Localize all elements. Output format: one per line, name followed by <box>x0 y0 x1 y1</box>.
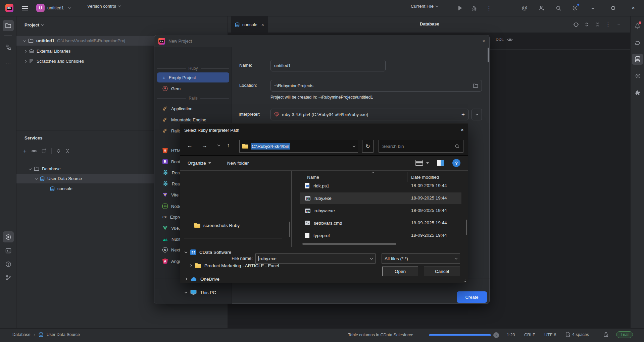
cancel-task-icon[interactable]: × <box>493 332 499 338</box>
view-options-eye-icon[interactable] <box>31 149 37 153</box>
forward-icon[interactable]: → <box>202 142 207 149</box>
hide-panel-icon[interactable]: − <box>615 20 623 28</box>
new-folder-button[interactable]: New folder <box>227 161 249 166</box>
file-row-ruby-exe[interactable]: ruby.exe <box>305 194 332 203</box>
tree-scrollbar[interactable] <box>289 222 290 237</box>
column-divider[interactable] <box>407 172 407 182</box>
breadcrumb-database[interactable]: Database <box>12 332 31 337</box>
tree-item-this-pc[interactable]: This PC <box>185 287 216 298</box>
tree-item-onedrive[interactable]: OneDrive <box>185 273 219 285</box>
help-button[interactable]: ? <box>452 159 460 167</box>
up-icon[interactable]: ↑ <box>227 142 230 149</box>
window-close-button[interactable]: × <box>628 3 638 13</box>
data-sources-tool-button[interactable] <box>632 70 643 81</box>
interpreter-field[interactable]: ruby-3.4.6-p54 (C:\Ruby34-x64\bin\ruby.e… <box>270 109 468 120</box>
project-type-empty-project[interactable]: + Empty Project <box>157 72 229 82</box>
open-in-new-icon[interactable] <box>42 149 47 154</box>
ddl-label[interactable]: DDL <box>496 37 504 42</box>
open-button[interactable]: Open <box>382 267 418 276</box>
organize-menu[interactable]: Organize <box>188 161 211 166</box>
services-tool-button[interactable] <box>3 231 14 242</box>
column-header-name[interactable]: Name <box>307 175 319 180</box>
notifications-bell-icon[interactable] <box>632 20 643 31</box>
address-dropdown-icon[interactable] <box>353 144 355 147</box>
column-header-date[interactable]: Date modified <box>411 175 439 180</box>
ai-assistant-icon[interactable]: @ <box>520 4 529 12</box>
file-row-ridk[interactable]: ridk.ps1 <box>305 181 329 190</box>
name-field[interactable]: untitled1 <box>270 60 386 71</box>
refresh-button[interactable]: ↻ <box>362 140 374 153</box>
search-everywhere-icon[interactable] <box>554 4 563 12</box>
vcs-widget[interactable]: Version control <box>87 4 120 9</box>
project-type-gem[interactable]: Gem <box>157 83 229 94</box>
view-options-eye-icon[interactable] <box>507 38 513 42</box>
problems-tool-button[interactable] <box>3 259 14 270</box>
structure-tool-button[interactable] <box>3 42 14 53</box>
combo-dropdown-icon[interactable] <box>370 256 373 259</box>
horizontal-scrollbar[interactable] <box>302 243 396 245</box>
create-button[interactable]: Create <box>457 291 487 303</box>
main-menu-icon[interactable] <box>22 6 28 10</box>
run-configuration-selector[interactable]: Current File <box>411 4 438 9</box>
settings-gear-icon[interactable] <box>571 4 579 12</box>
tree-item-screenshots-ruby[interactable]: screenshots Ruby <box>194 220 240 231</box>
trial-badge[interactable]: Trial <box>616 331 633 338</box>
window-minimize-button[interactable]: − <box>588 3 598 13</box>
dialog-close-icon[interactable]: × <box>461 127 464 133</box>
search-box[interactable]: Search bin <box>379 140 463 153</box>
terminal-tool-button[interactable] <box>3 245 14 256</box>
project-type-rails-application[interactable]: Application <box>157 104 229 114</box>
run-button[interactable] <box>456 4 464 12</box>
view-mode-icon[interactable] <box>415 160 423 166</box>
add-service-icon[interactable]: + <box>23 148 27 154</box>
form-scrollbar[interactable] <box>488 48 489 62</box>
git-tool-button[interactable] <box>3 272 14 283</box>
expand-all-icon[interactable] <box>583 20 591 28</box>
cancel-button[interactable]: Cancel <box>424 267 460 276</box>
expand-all-icon[interactable] <box>56 149 61 153</box>
file-row-setrbvars[interactable]: setrbvars.cmd <box>305 219 342 227</box>
line-ending-widget[interactable]: CRLF <box>524 333 535 337</box>
database-tool-button[interactable] <box>632 54 643 65</box>
add-interpreter-icon[interactable]: + <box>461 111 465 118</box>
project-widget[interactable]: U untitled1 <box>36 4 71 12</box>
collapse-all-icon[interactable] <box>593 20 601 28</box>
more-actions-icon[interactable]: ⋮ <box>485 4 493 12</box>
project-tool-button[interactable] <box>3 20 14 31</box>
more-tool-windows-icon[interactable]: ⋯ <box>3 57 14 68</box>
list-scrollbar[interactable] <box>466 220 467 235</box>
interpreter-dropdown-button[interactable] <box>472 109 482 120</box>
tab-console[interactable]: console × <box>231 16 268 33</box>
file-type-combo[interactable]: All files (*.*) <box>382 253 460 264</box>
project-panel-header[interactable]: Project <box>24 22 44 27</box>
indent-widget[interactable]: 4 spaces <box>566 332 589 337</box>
location-field[interactable]: ~\RubymineProjects <box>270 80 482 92</box>
dialog-close-icon[interactable]: × <box>482 38 485 44</box>
collapse-all-icon[interactable] <box>65 149 70 153</box>
tree-item-cdata-software[interactable]: CData Software <box>185 246 231 258</box>
view-mode-dropdown-icon[interactable] <box>426 162 429 164</box>
address-bar[interactable]: C:\Ruby34-x64\bin <box>239 140 358 153</box>
breadcrumb-user-data-source[interactable]: User Data Source <box>47 332 80 337</box>
preview-pane-icon[interactable] <box>437 160 444 166</box>
ai-chat-tool-button[interactable] <box>632 38 643 49</box>
sort-ascending-icon[interactable] <box>371 172 374 174</box>
combo-dropdown-icon[interactable] <box>455 256 457 259</box>
recent-locations-icon[interactable] <box>217 144 220 146</box>
code-with-me-icon[interactable] <box>537 4 546 12</box>
browse-folder-icon[interactable] <box>473 83 478 88</box>
window-restore-button[interactable] <box>608 3 618 13</box>
file-row-rubyw-exe[interactable]: rubyw.exe <box>305 206 335 215</box>
encoding-widget[interactable]: UTF-8 <box>544 333 556 337</box>
resize-grip[interactable] <box>463 279 466 282</box>
caret-position-widget[interactable]: 1:23 <box>507 333 515 337</box>
locate-icon[interactable] <box>572 20 580 28</box>
plugins-tool-button[interactable] <box>632 87 643 98</box>
file-row-typeprof[interactable]: typeprof <box>305 231 330 240</box>
file-name-combo[interactable]: ruby.exe <box>255 253 376 264</box>
tab-close-icon[interactable]: × <box>261 22 264 27</box>
debug-button[interactable] <box>470 4 479 12</box>
back-icon[interactable]: ← <box>187 142 193 149</box>
lock-icon[interactable] <box>603 332 608 337</box>
panel-options-icon[interactable]: ⋮ <box>604 20 612 28</box>
